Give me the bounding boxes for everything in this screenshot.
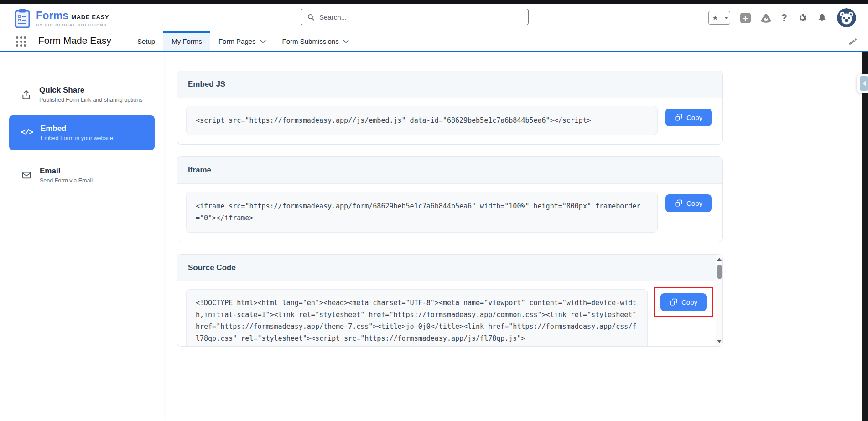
- nav-tabs: Setup My Forms Form Pages Form Submissio…: [129, 31, 357, 51]
- setup-gear-icon[interactable]: [797, 13, 807, 23]
- favorites-button[interactable]: ★: [708, 11, 730, 25]
- copy-icon: [675, 199, 682, 207]
- sidebar-item-embed[interactable]: </> Embed Embed Form in your website: [9, 115, 155, 150]
- copy-iframe-button[interactable]: Copy: [665, 194, 712, 212]
- sidebar-item-title: Quick Share: [39, 86, 143, 95]
- trailhead-icon[interactable]: [761, 13, 771, 23]
- tab-form-submissions[interactable]: Form Submissions: [274, 31, 357, 51]
- search-icon: [307, 13, 315, 21]
- code-icon: </>: [21, 129, 33, 137]
- embed-js-card: Embed JS <script src="https://formsmadea…: [177, 71, 723, 145]
- chevron-down-icon: [343, 40, 349, 43]
- global-header: Forms MADE EASY BY HIC GLOBAL SOLUTIONS …: [0, 4, 868, 31]
- tab-form-pages[interactable]: Form Pages: [210, 31, 274, 51]
- sidebar-item-email[interactable]: Email Send Form via Email: [9, 161, 155, 189]
- brand-name: Forms: [36, 10, 68, 22]
- quick-add-button[interactable]: +: [740, 13, 751, 23]
- user-avatar[interactable]: [837, 8, 856, 27]
- iframe-code[interactable]: <iframe src="https://formsmadeasy.app/fo…: [186, 192, 658, 233]
- collapse-arrow-icon: [860, 76, 868, 91]
- page-content: Quick Share Published Form Link and shar…: [0, 52, 868, 421]
- scroll-up-arrow[interactable]: [717, 258, 722, 261]
- search-input[interactable]: [319, 13, 522, 21]
- notifications-bell-icon[interactable]: [817, 13, 827, 23]
- star-icon[interactable]: ★: [709, 11, 722, 24]
- sidebar-item-description: Embed Form in your website: [41, 135, 113, 141]
- highlight-annotation: Copy: [654, 287, 713, 317]
- sidebar-item-title: Email: [40, 166, 93, 176]
- card-title: Embed JS: [177, 71, 722, 98]
- copy-source-code-button[interactable]: Copy: [660, 293, 707, 311]
- tab-setup[interactable]: Setup: [129, 31, 163, 51]
- tab-my-forms[interactable]: My Forms: [163, 31, 210, 51]
- app-logo: Forms MADE EASY BY HIC GLOBAL SOLUTIONS: [13, 8, 109, 29]
- brand-tagline: BY HIC GLOBAL SOLUTIONS: [36, 23, 109, 27]
- sidebar-item-description: Send Form via Email: [40, 177, 93, 184]
- sidebar-item-description: Published Form Link and sharing options: [39, 97, 143, 103]
- browser-right-strip: [862, 52, 868, 421]
- scroll-down-arrow[interactable]: [717, 340, 722, 343]
- app-launcher-waffle-icon[interactable]: [16, 36, 26, 47]
- sidebar-item-quick-share[interactable]: Quick Share Published Form Link and shar…: [9, 80, 155, 109]
- logo-text: Forms MADE EASY BY HIC GLOBAL SOLUTIONS: [36, 10, 109, 27]
- iframe-card: Iframe <iframe src="https://formsmadeasy…: [177, 156, 723, 242]
- chevron-down-icon: [260, 40, 266, 43]
- global-search[interactable]: [301, 9, 529, 25]
- browser-top-strip: [0, 0, 868, 4]
- scrollbar-thumb[interactable]: [717, 265, 722, 279]
- embed-js-code[interactable]: <script src="https://formsmadeasy.app//j…: [186, 106, 658, 135]
- embed-panel: Embed JS <script src="https://formsmadea…: [165, 52, 862, 421]
- copy-embed-js-button[interactable]: Copy: [665, 109, 712, 126]
- source-code-card: Source Code <!DOCTYPE html><html lang="e…: [177, 254, 723, 347]
- side-panel-toggle[interactable]: [857, 74, 868, 93]
- share-icon: [21, 89, 31, 100]
- favorites-dropdown[interactable]: [722, 11, 730, 24]
- app-name: Form Made Easy: [38, 35, 111, 46]
- card-title: Iframe: [177, 157, 722, 184]
- help-icon[interactable]: ?: [781, 12, 787, 24]
- copy-icon: [670, 298, 677, 306]
- share-options-sidebar: Quick Share Published Form Link and shar…: [0, 52, 164, 421]
- app-window: Forms MADE EASY BY HIC GLOBAL SOLUTIONS …: [0, 0, 868, 421]
- source-code-scrollbar[interactable]: [716, 255, 722, 346]
- copy-icon: [675, 114, 682, 121]
- clipboard-logo-icon: [13, 8, 32, 29]
- card-title: Source Code: [177, 255, 722, 281]
- chevron-down-icon: [724, 17, 728, 19]
- mail-icon: [21, 170, 32, 180]
- source-code[interactable]: <!DOCTYPE html><html lang="en"><head><me…: [186, 289, 648, 347]
- edit-page-pencil-icon[interactable]: [848, 37, 858, 46]
- sidebar-item-title: Embed: [41, 124, 113, 133]
- brand-suffix: MADE EASY: [71, 14, 109, 21]
- header-actions: ★ + ?: [708, 8, 856, 27]
- app-navbar: Form Made Easy Setup My Forms Form Pages…: [0, 31, 868, 52]
